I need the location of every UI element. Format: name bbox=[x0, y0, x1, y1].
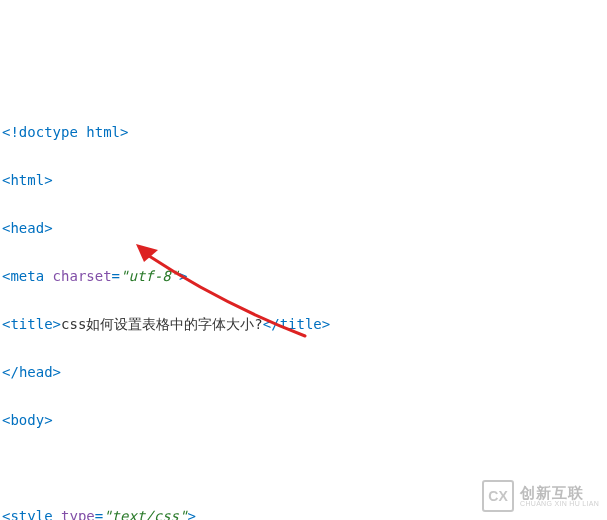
code-block: <!doctype html> <html> <head> <meta char… bbox=[0, 96, 607, 520]
punct: = bbox=[95, 508, 103, 520]
attr: type bbox=[61, 508, 95, 520]
doctype-kw: doctype bbox=[19, 124, 78, 140]
code-line: <html> bbox=[0, 168, 607, 192]
tag: head bbox=[19, 364, 53, 380]
punct: <! bbox=[2, 124, 19, 140]
tag: head bbox=[10, 220, 44, 236]
code-line: <!doctype html> bbox=[0, 120, 607, 144]
punct: > bbox=[187, 508, 195, 520]
punct: > bbox=[120, 124, 128, 140]
value: "utf-8" bbox=[120, 268, 179, 284]
tag: title bbox=[10, 316, 52, 332]
punct: / bbox=[271, 316, 279, 332]
punct: = bbox=[112, 268, 120, 284]
punct: > bbox=[179, 268, 187, 284]
watermark: CX 创新互联 CHUANG XIN HU LIAN bbox=[482, 480, 599, 512]
punct: / bbox=[10, 364, 18, 380]
code-line: <meta charset="utf-8"> bbox=[0, 264, 607, 288]
code-line bbox=[0, 456, 607, 480]
title-text: css如何设置表格中的字体大小? bbox=[61, 316, 263, 332]
tag: body bbox=[10, 412, 44, 428]
punct: > bbox=[44, 172, 52, 188]
tag: meta bbox=[10, 268, 44, 284]
code-line: </head> bbox=[0, 360, 607, 384]
value: "text/css" bbox=[103, 508, 187, 520]
punct: > bbox=[44, 220, 52, 236]
watermark-logo: CX bbox=[482, 480, 514, 512]
doctype-kw: html bbox=[86, 124, 120, 140]
code-line: <head> bbox=[0, 216, 607, 240]
tag: style bbox=[10, 508, 52, 520]
tag: html bbox=[10, 172, 44, 188]
code-line: <body> bbox=[0, 408, 607, 432]
code-line: <title>css如何设置表格中的字体大小?</title> bbox=[0, 312, 607, 336]
attr: charset bbox=[53, 268, 112, 284]
punct: > bbox=[322, 316, 330, 332]
punct: > bbox=[53, 364, 61, 380]
punct: > bbox=[44, 412, 52, 428]
tag: title bbox=[280, 316, 322, 332]
watermark-text-en: CHUANG XIN HU LIAN bbox=[520, 500, 599, 507]
punct: > bbox=[53, 316, 61, 332]
watermark-text-cn: 创新互联 bbox=[520, 485, 599, 500]
punct: < bbox=[263, 316, 271, 332]
